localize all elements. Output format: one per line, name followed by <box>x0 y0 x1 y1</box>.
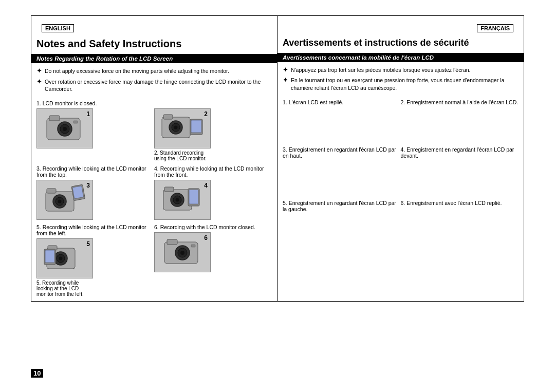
fr-image-row-2: 3. Enregistrement en regardant l'écran L… <box>278 146 524 161</box>
svg-rect-5 <box>73 121 78 123</box>
page: ENGLISH Notes and Safety Instructions No… <box>0 0 555 392</box>
img-placeholder-3: 3 <box>36 180 93 220</box>
svg-rect-7 <box>163 115 173 119</box>
svg-rect-26 <box>189 190 198 204</box>
img-num-1: 1 <box>86 110 90 118</box>
bullet-sym-1: ✦ <box>36 67 42 74</box>
french-column: FRANÇAIS Avertissements et instructions … <box>278 16 524 301</box>
svg-rect-39 <box>191 245 195 247</box>
img-item-5: 5. Recording while looking at the LCD mo… <box>36 224 154 297</box>
img-item-2: 2 2 2. St <box>154 100 272 161</box>
fr-bullet-text-2: En le tournant trop ou en exerçant une p… <box>291 77 519 91</box>
fr-img-item-3: 3. Enregistrement en regardant l'écran L… <box>283 146 401 161</box>
camera-svg-1 <box>42 113 88 144</box>
img-placeholder-4: 4 <box>154 180 211 220</box>
img-num-2: 2 <box>204 110 208 118</box>
lang-badge-row-right: FRANÇAIS <box>278 16 524 35</box>
english-main-title: Notes and Safety Instructions <box>31 35 277 54</box>
image-row-2: 3. Recording while looking at the LCD mo… <box>31 165 277 220</box>
fr-bullet-text-1: N'appuyez pas trop fort sur les pièces m… <box>291 66 471 74</box>
lang-badge-row: ENGLISH <box>31 16 277 35</box>
page-number: 10 <box>31 369 43 378</box>
fr-img-item-1: 1. L'écran LCD est replié. <box>283 99 401 107</box>
img-label-4: 4. Recording while looking at the LCD mo… <box>154 165 272 178</box>
svg-point-31 <box>59 257 63 260</box>
camera-svg-2 <box>159 113 206 144</box>
fr-img-label-1: 1. L'écran LCD est replié. <box>283 99 401 105</box>
fr-img-item-6: 6. Enregistrement avec l'écran LCD repli… <box>401 200 519 214</box>
svg-point-17 <box>58 200 62 203</box>
camera-svg-6 <box>159 237 206 268</box>
fr-bullet-1: ✦ N'appuyez pas trop fort sur les pièces… <box>283 66 519 74</box>
img-label-3: 3. Recording while looking at the LCD mo… <box>36 165 154 178</box>
bullet-1: ✦ Do not apply excessive force on the mo… <box>36 67 272 75</box>
bullet-2: ✦ Over rotation or excessive force may d… <box>36 78 272 93</box>
image-row-3: 5. Recording while looking at the LCD mo… <box>31 224 277 297</box>
camera-svg-3 <box>42 184 88 215</box>
img-item-1: 1. LCD monitor is closed. 1 <box>36 100 154 161</box>
img-num-6: 6 <box>204 234 208 241</box>
french-main-title: Avertissements et instructions de sécuri… <box>278 35 524 53</box>
bullet-sym-2: ✦ <box>36 78 42 85</box>
svg-rect-19 <box>72 186 84 199</box>
french-bullets: ✦ N'appuyez pas trop fort sur les pièces… <box>278 62 524 99</box>
img-item-6: 6. Recording with the LCD monitor closed… <box>154 224 272 297</box>
fr-image-row-1: 1. L'écran LCD est replié. 2. Enregistre… <box>278 99 524 107</box>
fr-image-row-3: 5. Enregistrement en regardant l'écran L… <box>278 200 524 214</box>
svg-point-10 <box>174 126 178 129</box>
img-placeholder-5: 5 <box>36 238 93 278</box>
img-label-2: 2. Standard recording using the LCD moni… <box>154 150 211 161</box>
bullet-text-2: Over rotation or excessive force may dam… <box>45 78 272 93</box>
camera-svg-4 <box>159 184 206 215</box>
english-badge: ENGLISH <box>42 24 74 32</box>
camera-svg-5 <box>42 243 88 274</box>
main-content-area: ENGLISH Notes and Safety Instructions No… <box>31 15 524 302</box>
img-item-4: 4. Recording while looking at the LCD mo… <box>154 165 272 220</box>
fr-bullet-sym-2: ✦ <box>283 76 288 84</box>
fr-bullet-sym-1: ✦ <box>283 66 288 73</box>
french-section-header: Avertissements concernant la mobilité de… <box>278 53 524 62</box>
fr-img-label-4: 4. Enregistrement en regardant l'écran L… <box>401 146 519 159</box>
fr-img-item-2: 2. Enregistrement normal à l'aide de l'é… <box>401 99 519 107</box>
svg-point-4 <box>63 127 67 131</box>
fr-img-label-3: 3. Enregistrement en regardant l'écran L… <box>283 146 401 159</box>
img-label-5b: 5. Recording while looking at the LCD mo… <box>36 280 93 297</box>
img-label-5: 5. Recording while looking at the LCD mo… <box>36 224 154 236</box>
english-section-header: Notes Regarding the Rotation of the LCD … <box>31 54 277 63</box>
svg-rect-1 <box>49 116 60 121</box>
img-label-1: 1. LCD monitor is closed. <box>36 100 154 106</box>
img-placeholder-6: 6 <box>154 232 211 272</box>
img-placeholder-1: 1 <box>36 108 93 148</box>
fr-img-label-2: 2. Enregistrement normal à l'aide de l'é… <box>401 99 519 105</box>
fr-img-item-5: 5. Enregistrement en regardant l'écran L… <box>283 200 401 214</box>
svg-point-24 <box>176 198 179 202</box>
fr-img-label-6: 6. Enregistrement avec l'écran LCD repli… <box>401 200 519 206</box>
img-item-3: 3. Recording while looking at the LCD mo… <box>36 165 154 220</box>
english-bullets: ✦ Do not apply excessive force on the mo… <box>31 63 277 100</box>
svg-rect-14 <box>47 189 56 193</box>
img-placeholder-2: 2 <box>154 108 211 148</box>
svg-rect-12 <box>191 120 201 133</box>
svg-rect-35 <box>167 239 177 245</box>
svg-rect-33 <box>45 250 54 263</box>
img-num-4: 4 <box>204 182 208 189</box>
img-num-5: 5 <box>86 240 90 248</box>
fr-img-label-5: 5. Enregistrement en regardant l'écran L… <box>283 200 401 212</box>
img-label-6: 6. Recording with the LCD monitor closed… <box>154 224 272 230</box>
svg-point-38 <box>180 251 184 255</box>
fr-bullet-2: ✦ En le tournant trop ou en exerçant une… <box>283 77 519 91</box>
bullet-text-1: Do not apply excessive force on the movi… <box>45 67 229 75</box>
english-column: ENGLISH Notes and Safety Instructions No… <box>31 16 278 301</box>
fr-img-item-4: 4. Enregistrement en regardant l'écran L… <box>401 146 519 161</box>
french-badge: FRANÇAIS <box>477 24 513 32</box>
img-num-3: 3 <box>86 182 90 189</box>
svg-rect-21 <box>164 187 174 192</box>
image-row-1: 1. LCD monitor is closed. 1 <box>31 100 277 161</box>
